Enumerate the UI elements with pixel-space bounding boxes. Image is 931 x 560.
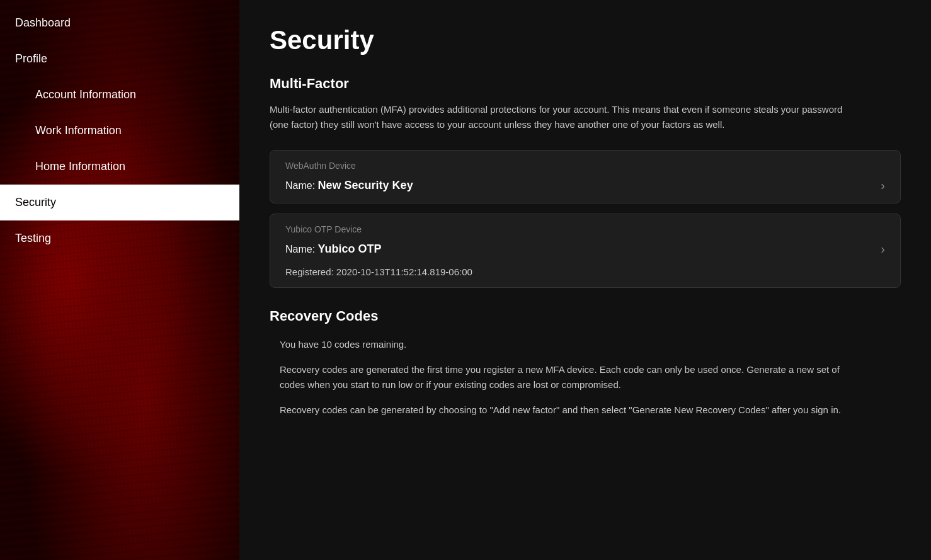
sidebar-item-account-information[interactable]: Account Information <box>0 77 239 113</box>
sidebar-nav: DashboardProfileAccount InformationWork … <box>0 0 239 256</box>
sidebar-item-testing[interactable]: Testing <box>0 220 239 256</box>
device-type-label: WebAuthn Device <box>270 151 900 171</box>
device-name-value: New Security Key <box>318 179 413 191</box>
devices-container: WebAuthn Device Name: New Security Key ›… <box>270 150 901 288</box>
device-registered: Registered: 2020-10-13T11:52:14.819-06:0… <box>270 266 900 287</box>
sidebar: DashboardProfileAccount InformationWork … <box>0 0 239 560</box>
device-card-0: WebAuthn Device Name: New Security Key › <box>270 150 901 203</box>
recovery-section: Recovery Codes You have 10 codes remaini… <box>270 308 901 418</box>
sidebar-item-home-information[interactable]: Home Information <box>0 149 239 185</box>
page-title: Security <box>270 25 901 55</box>
recovery-section-title: Recovery Codes <box>270 308 901 324</box>
mfa-description: Multi-factor authentication (MFA) provid… <box>270 102 849 132</box>
recovery-description-2: Recovery codes can be generated by choos… <box>280 403 847 418</box>
sidebar-item-dashboard[interactable]: Dashboard <box>0 5 239 41</box>
chevron-right-icon: › <box>881 178 885 193</box>
device-name-value: Yubico OTP <box>318 243 382 255</box>
device-name-row[interactable]: Name: Yubico OTP › <box>270 234 900 266</box>
device-type-label: Yubico OTP Device <box>270 214 900 234</box>
device-name-row[interactable]: Name: New Security Key › <box>270 171 900 203</box>
device-card-1: Yubico OTP Device Name: Yubico OTP › Reg… <box>270 214 901 288</box>
main-content: Security Multi-Factor Multi-factor authe… <box>239 0 931 560</box>
recovery-content: You have 10 codes remaining. Recovery co… <box>270 337 901 418</box>
recovery-description-1: Recovery codes are generated the first t… <box>280 362 847 392</box>
device-name-text: Name: New Security Key <box>285 179 413 192</box>
sidebar-item-security[interactable]: Security <box>0 185 239 220</box>
device-name-text: Name: Yubico OTP <box>285 243 382 256</box>
recovery-codes-remaining: You have 10 codes remaining. <box>280 337 847 352</box>
mfa-section-title: Multi-Factor <box>270 76 901 92</box>
sidebar-item-work-information[interactable]: Work Information <box>0 113 239 149</box>
chevron-right-icon: › <box>881 242 885 256</box>
sidebar-item-profile[interactable]: Profile <box>0 41 239 77</box>
